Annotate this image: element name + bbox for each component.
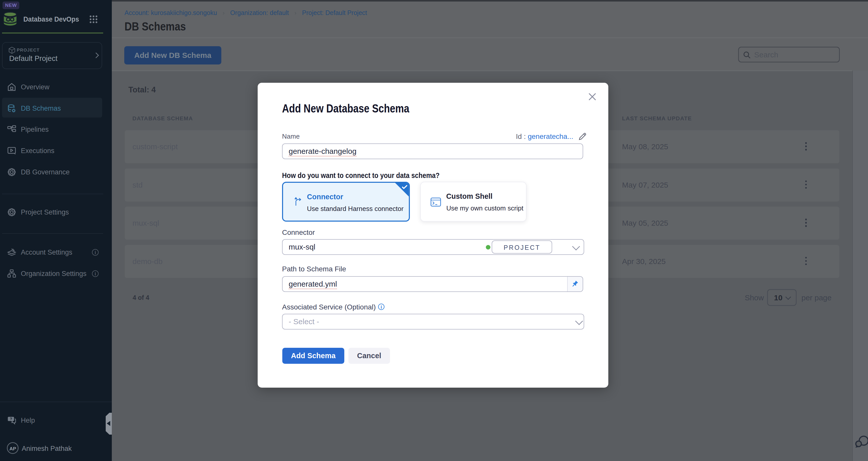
svg-text:?: ? xyxy=(10,417,12,421)
